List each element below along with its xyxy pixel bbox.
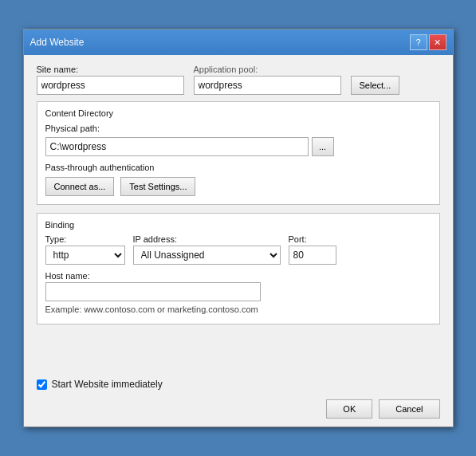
content-directory-title: Content Directory [45,108,431,118]
physical-path-label: Physical path: [45,124,100,133]
hostname-label: Host name: [45,271,431,281]
port-label: Port: [289,234,336,244]
dialog-body: Site name: Application pool: Select... C… [24,55,453,340]
ip-select[interactable]: All Unassigned [133,246,281,265]
hostname-group: Host name: [45,271,431,301]
start-website-checkbox[interactable] [37,379,47,390]
spacer [24,340,453,372]
ok-cancel-row: OK Cancel [37,399,440,419]
site-name-label: Site name: [37,65,184,74]
app-pool-input[interactable] [194,76,341,95]
dialog-title: Add Website [30,37,85,48]
app-pool-label: Application pool: [194,65,341,74]
add-website-dialog: Add Website ? ✕ Site name: Application p… [23,29,454,427]
content-directory-section: Content Directory Physical path: ... Pas… [37,101,440,205]
ok-button[interactable]: OK [326,399,372,419]
binding-section: Binding Type: http https IP address: All… [37,213,440,324]
site-name-row: Site name: Application pool: Select... [37,65,440,95]
title-bar-buttons: ? ✕ [410,34,446,50]
binding-row: Type: http https IP address: All Unassig… [45,234,431,265]
site-name-group: Site name: [37,65,184,95]
type-group: Type: http https [45,234,125,265]
start-website-label[interactable]: Start Website immediately [52,379,163,390]
type-select[interactable]: http https [45,246,125,265]
connect-as-button[interactable]: Connect as... [45,177,115,196]
ip-label: IP address: [133,234,281,244]
port-group: Port: [289,234,336,265]
footer-area: Start Website immediately OK Cancel [24,372,453,427]
physical-path-input[interactable] [45,137,309,156]
auth-buttons: Connect as... Test Settings... [45,177,431,196]
app-pool-group: Application pool: [194,65,341,95]
port-input[interactable] [289,246,336,265]
start-website-row: Start Website immediately [37,379,440,390]
passthrough-label: Pass-through authentication [45,163,431,172]
cancel-button[interactable]: Cancel [379,399,439,419]
browse-button[interactable]: ... [312,137,334,156]
physical-path-row: ... [45,137,431,156]
site-name-input[interactable] [37,76,184,95]
example-text: Example: www.contoso.com or marketing.co… [45,305,431,314]
help-button[interactable]: ? [410,34,427,50]
select-button[interactable]: Select... [351,76,400,95]
hostname-input[interactable] [45,282,261,301]
ip-group: IP address: All Unassigned [133,234,281,265]
test-settings-button[interactable]: Test Settings... [120,177,195,196]
type-label: Type: [45,234,125,244]
title-bar: Add Website ? ✕ [24,29,453,55]
binding-title: Binding [45,220,431,230]
close-button[interactable]: ✕ [429,34,446,50]
